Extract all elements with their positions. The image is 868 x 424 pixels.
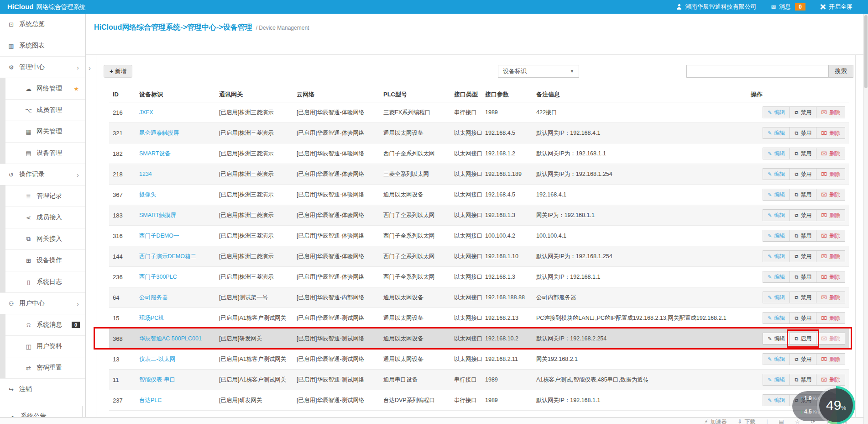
cell-interface-param: 192.168.4.5	[481, 191, 533, 198]
edit-button[interactable]: ✎编辑	[763, 271, 790, 283]
device-link[interactable]: 1234	[139, 171, 152, 177]
delete-button[interactable]: ⌧删除	[816, 250, 845, 262]
disable-button[interactable]: ⧉禁用	[790, 250, 816, 262]
device-link[interactable]: 西门子DEMO一	[139, 233, 179, 239]
star-icon[interactable]: ☆	[795, 419, 800, 424]
edit-button[interactable]: ✎编辑	[763, 168, 790, 180]
device-link[interactable]: JXFX	[139, 109, 153, 116]
sidebar-item-system-logs[interactable]: ▯系统日志	[0, 271, 85, 293]
device-table: ID设备标识通讯网关云网络PLC型号接口类型接口参数备注信息操作 216JXFX…	[109, 87, 849, 411]
sidebar-item-user-center[interactable]: ⚇用户中心›	[0, 293, 85, 314]
device-link[interactable]: 仪表二-以太网	[139, 356, 175, 362]
disable-button[interactable]: ⧉禁用	[790, 189, 816, 201]
edit-button[interactable]: ✎编辑	[763, 353, 790, 365]
sidebar-item-management-records[interactable]: ≣管理记录	[0, 186, 85, 207]
sidebar-item-system-messages[interactable]: ⍾系统消息0	[0, 314, 85, 336]
cell-interface-type: 以太网接口	[450, 170, 481, 178]
enable-button[interactable]: ⧉启用	[790, 333, 816, 344]
edit-button[interactable]: ✎编辑	[763, 209, 790, 221]
delete-button[interactable]: ⌧删除	[816, 230, 845, 242]
delete-button[interactable]: ⌧删除	[816, 312, 845, 324]
collapse-sidebar-handle[interactable]: ›	[89, 64, 91, 72]
toggle-icon: ⧉	[795, 212, 798, 218]
edit-button[interactable]: ✎编辑	[763, 189, 790, 201]
disable-button[interactable]: ⧉禁用	[790, 374, 816, 386]
disable-button[interactable]: ⧉禁用	[790, 168, 816, 180]
grid-icon: ▦	[25, 128, 32, 135]
search-input[interactable]	[686, 65, 829, 78]
sidebar-item-management-center[interactable]: ⚙管理中心›	[0, 57, 85, 78]
sidebar-item-member-management[interactable]: ⌥成员管理	[0, 100, 85, 121]
disable-button[interactable]: ⧉禁用	[790, 271, 816, 283]
device-link[interactable]: 昆仑通泰触摸屏	[139, 130, 179, 136]
edit-button[interactable]: ✎编辑	[763, 292, 790, 303]
disable-button[interactable]: ⧉禁用	[790, 209, 816, 221]
edit-button[interactable]: ✎编辑	[763, 374, 790, 386]
sidebar-item-user-profile[interactable]: ◫用户资料	[0, 336, 85, 357]
panel-icon[interactable]: ▤	[779, 419, 784, 424]
disable-button[interactable]: ⧉禁用	[790, 230, 816, 242]
sidebar-item-password-reset[interactable]: ⇄密码重置	[0, 357, 85, 379]
delete-button[interactable]: ⌧删除	[816, 189, 845, 201]
disable-button[interactable]: ⧉禁用	[790, 292, 816, 303]
op-label: 删除	[829, 314, 840, 322]
delete-button[interactable]: ⌧删除	[816, 106, 845, 118]
fullscreen-toggle[interactable]: 开启全屏	[820, 3, 852, 11]
performance-percent-widget[interactable]: 49 %	[817, 386, 855, 424]
device-link[interactable]: SMART触摸屏	[139, 212, 176, 218]
delete-button[interactable]: ⌧删除	[816, 209, 845, 221]
add-device-button[interactable]: + 新增	[104, 65, 132, 78]
disable-button[interactable]: ⧉禁用	[790, 148, 816, 159]
device-link[interactable]: 台达PLC	[139, 397, 162, 403]
edit-button[interactable]: ✎编辑	[763, 394, 790, 406]
delete-button[interactable]: ⌧删除	[816, 374, 845, 386]
edit-button[interactable]: ✎编辑	[763, 230, 790, 242]
sidebar-item-network-management[interactable]: ☁网络管理★	[0, 78, 85, 100]
bottombar-item-download[interactable]: ⇩下载	[737, 419, 755, 424]
edit-button[interactable]: ✎编辑	[763, 312, 790, 324]
device-link[interactable]: 智能仪表-串口	[139, 376, 175, 383]
edit-icon: ✎	[768, 315, 772, 321]
disable-button[interactable]: ⧉禁用	[790, 127, 816, 139]
cell-plc-model: 通用以太网设备	[380, 355, 450, 363]
device-link[interactable]: SMART设备	[139, 150, 171, 157]
cell-plc-model: 通用以太网设备	[380, 314, 450, 322]
edit-button[interactable]: ✎编辑	[763, 106, 790, 118]
device-link[interactable]: 西门子300PLC	[139, 274, 177, 280]
delete-button[interactable]: ⌧删除	[816, 271, 845, 283]
device-link[interactable]: 西门子演示DEMO箱二	[139, 253, 196, 260]
edit-button[interactable]: ✎编辑	[763, 127, 790, 139]
edit-button[interactable]: ✎编辑	[763, 148, 790, 159]
delete-button[interactable]: ⌧删除	[816, 127, 845, 139]
sidebar-item-system-overview[interactable]: ⊡系统总览	[0, 14, 85, 35]
disable-button[interactable]: ⧉禁用	[790, 312, 816, 324]
sidebar-item-operation-records[interactable]: ↺操作记录›	[0, 164, 85, 186]
sidebar-item-system-charts[interactable]: ▥系统图表	[0, 35, 85, 57]
delete-button[interactable]: ⌧删除	[816, 292, 845, 303]
company-menu[interactable]: 湖南华辰智通科技有限公司	[676, 3, 756, 11]
disable-button[interactable]: ⧉禁用	[790, 106, 816, 118]
sidebar-item-device-operations[interactable]: ⊞设备操作	[0, 250, 85, 271]
sidebar-item-gateway-access[interactable]: ⧉网关接入	[0, 228, 85, 250]
search-button[interactable]: 搜索	[829, 65, 853, 78]
sidebar-item-logout[interactable]: ↪注销	[0, 379, 85, 400]
delete-button[interactable]: ⌧删除	[816, 148, 845, 159]
delete-button[interactable]: ⌧删除	[816, 333, 845, 344]
sidebar-item-gateway-management[interactable]: ▦网关管理	[0, 121, 85, 143]
scrollbar-thumb[interactable]	[864, 15, 868, 88]
column-header: 云网络	[293, 90, 380, 99]
device-link[interactable]: 华辰智通AC 500PLC001	[139, 335, 202, 342]
edit-button[interactable]: ✎编辑	[763, 250, 790, 262]
device-link[interactable]: 现场PC机	[139, 315, 164, 321]
sidebar-item-device-management[interactable]: ▤设备管理	[0, 143, 85, 164]
disable-button[interactable]: ⧉禁用	[790, 353, 816, 365]
delete-button[interactable]: ⌧删除	[816, 168, 845, 180]
device-link[interactable]: 摄像头	[139, 191, 157, 198]
messages-menu[interactable]: ✉ 消息 0	[771, 3, 805, 11]
bottombar-item-accelerator[interactable]: ⚡加速器	[704, 419, 727, 424]
sidebar-item-member-access[interactable]: ⋖成员接入	[0, 207, 85, 228]
filter-field-select[interactable]: 设备标识 ▼	[498, 65, 579, 78]
delete-button[interactable]: ⌧删除	[816, 353, 845, 365]
edit-button[interactable]: ✎编辑	[763, 333, 790, 344]
device-link[interactable]: 公司服务器	[139, 294, 168, 301]
